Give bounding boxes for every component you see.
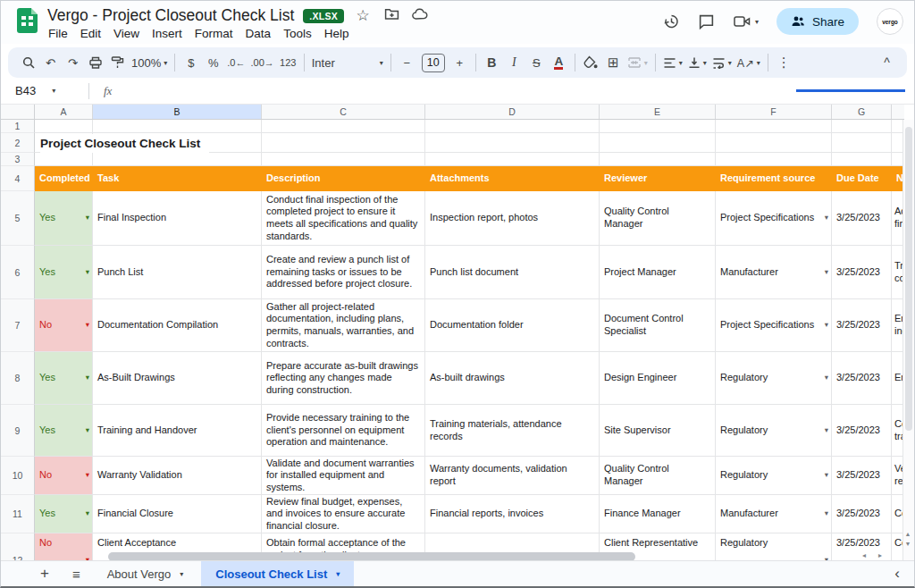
collapse-panel-icon[interactable]: ‹ [894, 565, 900, 583]
cell-r5-task[interactable]: Final Inspection [93, 191, 262, 246]
header-cell-task[interactable]: Task [93, 166, 262, 191]
header-cell-requirement-source[interactable]: Requirement source [716, 166, 832, 191]
column-header-d[interactable]: D [425, 105, 600, 119]
version-history-icon[interactable] [662, 13, 680, 30]
cell-r5-due[interactable]: 3/25/2023 [832, 191, 892, 246]
menu-format[interactable]: Format [189, 26, 239, 41]
number-format-menu[interactable]: 123 [277, 51, 299, 74]
bold-button[interactable]: B [481, 51, 503, 74]
row-header-9[interactable]: 9 [1, 405, 35, 457]
cell-r5-attachments[interactable]: Inspection report, photos [425, 191, 600, 246]
vertical-align-icon[interactable]: ▾ [685, 51, 709, 74]
sheets-logo-icon[interactable] [17, 8, 38, 33]
cell-r7-completed[interactable]: No▾ [35, 299, 93, 352]
cell-r5-source[interactable]: Project Specifications▾ [716, 191, 832, 246]
cell-r11-completed[interactable]: Yes▾ [35, 495, 93, 533]
header-cell-due-date[interactable]: Due Date [832, 166, 892, 191]
comment-icon[interactable] [698, 13, 715, 30]
row-header-2[interactable]: 2 [1, 133, 35, 153]
cell-g1[interactable] [832, 120, 892, 133]
row-header-10[interactable]: 10 [1, 457, 35, 495]
vertical-scrollbar-thumb[interactable] [905, 127, 912, 431]
search-icon[interactable] [17, 51, 39, 74]
source-dropdown-caret[interactable]: ▾ [825, 469, 828, 482]
format-currency-icon[interactable]: $ [180, 51, 202, 74]
cell-r10-source[interactable]: Regulatory▾ [716, 457, 832, 495]
merge-cells-icon[interactable]: ▾ [625, 51, 651, 74]
cell-g2[interactable] [832, 133, 892, 153]
row-header-12[interactable]: 12 [1, 533, 35, 562]
menu-data[interactable]: Data [239, 26, 278, 41]
row-header-7[interactable]: 7 [1, 299, 35, 352]
cell-r10-task[interactable]: Warranty Validation [93, 457, 262, 495]
horizontal-align-icon[interactable]: ▾ [660, 51, 685, 74]
cell-r5-completed[interactable]: Yes▾ [35, 191, 93, 246]
cell-r9-completed[interactable]: Yes▾ [35, 405, 93, 457]
cell-r12-source[interactable]: Regulatory▾ [716, 533, 832, 562]
row-header-6[interactable]: 6 [1, 246, 35, 299]
cell-r6-description[interactable]: Create and review a punch list of remain… [262, 246, 425, 299]
source-dropdown-caret[interactable]: ▾ [825, 424, 828, 437]
cell-d2[interactable] [425, 133, 600, 153]
completed-dropdown-caret[interactable]: ▾ [86, 319, 89, 332]
cell-e2[interactable] [600, 133, 716, 153]
cell-f3[interactable] [716, 153, 832, 166]
vertical-scrollbar[interactable]: ▲▼ [902, 120, 914, 562]
format-percent-icon[interactable]: % [202, 51, 224, 74]
account-avatar[interactable]: vergo [877, 8, 903, 35]
column-header-e[interactable]: E [600, 105, 716, 119]
row-header-4[interactable]: 4 [1, 166, 35, 191]
sheet-tab-about-vergo[interactable]: About Vergo▾ [93, 561, 198, 586]
column-header-a[interactable]: A [35, 105, 93, 119]
select-all-corner[interactable] [1, 105, 35, 119]
cell-r7-due[interactable]: 3/25/2023 [832, 299, 892, 352]
borders-icon[interactable]: ⊞ [602, 51, 625, 74]
cell-r10-completed[interactable]: No▾ [35, 457, 93, 495]
cell-r11-description[interactable]: Review final budget, expenses, and invoi… [262, 495, 425, 533]
cell-r6-reviewer[interactable]: Project Manager [600, 246, 716, 299]
completed-dropdown-caret[interactable]: ▾ [86, 424, 89, 437]
cell-r9-source[interactable]: Regulatory▾ [716, 405, 832, 457]
cell-r9-due[interactable]: 3/25/2023 [832, 405, 892, 457]
cell-r5-reviewer[interactable]: Quality Control Manager [600, 191, 716, 246]
cell-r11-due[interactable]: 3/25/2023 [832, 495, 892, 533]
text-rotation-icon[interactable]: A↗▾ [735, 51, 763, 74]
cell-c3[interactable] [262, 153, 425, 166]
undo-icon[interactable]: ↶ [39, 51, 62, 74]
zoom-control[interactable]: 100%▾ [129, 51, 170, 74]
cell-r10-due[interactable]: 3/25/2023 [832, 457, 892, 495]
cell-r7-task[interactable]: Documentation Compilation [93, 299, 262, 352]
cell-e3[interactable] [600, 153, 716, 166]
more-toolbar-icon[interactable]: ⋮ [773, 51, 795, 74]
source-dropdown-caret[interactable]: ▾ [825, 372, 828, 384]
text-wrap-icon[interactable]: ▾ [709, 51, 735, 74]
cell-r8-attachments[interactable]: As-built drawings [425, 352, 600, 405]
cell-r10-reviewer[interactable]: Quality Control Manager [600, 457, 716, 495]
print-icon[interactable] [84, 51, 106, 74]
column-header-g[interactable]: G [832, 105, 892, 119]
cell-r9-task[interactable]: Training and Handover [93, 405, 262, 457]
cell-r9-description[interactable]: Provide necessary training to the client… [262, 405, 425, 457]
meet-camera-icon[interactable]: ▾ [733, 13, 759, 29]
column-header-f[interactable]: F [716, 105, 832, 119]
source-dropdown-caret[interactable]: ▾ [825, 319, 828, 332]
row-header-1[interactable]: 1 [1, 120, 35, 133]
cell-b1[interactable] [93, 120, 262, 133]
font-family-select[interactable]: Inter▾ [309, 51, 386, 74]
cell-a1[interactable] [35, 120, 93, 133]
sheet-tab-caret[interactable]: ▾ [336, 570, 340, 578]
header-cell-reviewer[interactable]: Reviewer [600, 166, 716, 191]
cell-r6-source[interactable]: Manufacturer▾ [716, 246, 832, 299]
column-header-b[interactable]: B [93, 105, 262, 119]
move-folder-icon[interactable] [382, 7, 401, 25]
cell-r9-attachments[interactable]: Training materials, attendance records [425, 405, 600, 457]
cell-r7-source[interactable]: Project Specifications▾ [716, 299, 832, 352]
source-dropdown-caret[interactable]: ▾ [825, 266, 828, 279]
row-header-3[interactable]: 3 [1, 153, 35, 166]
cell-r6-attachments[interactable]: Punch list document [425, 246, 600, 299]
cell-r8-reviewer[interactable]: Design Engineer [600, 352, 716, 405]
cell-r8-source[interactable]: Regulatory▾ [716, 352, 832, 405]
cell-r8-description[interactable]: Prepare accurate as-built drawings refle… [262, 352, 425, 405]
menu-view[interactable]: View [107, 26, 146, 41]
row-header-8[interactable]: 8 [1, 352, 35, 405]
